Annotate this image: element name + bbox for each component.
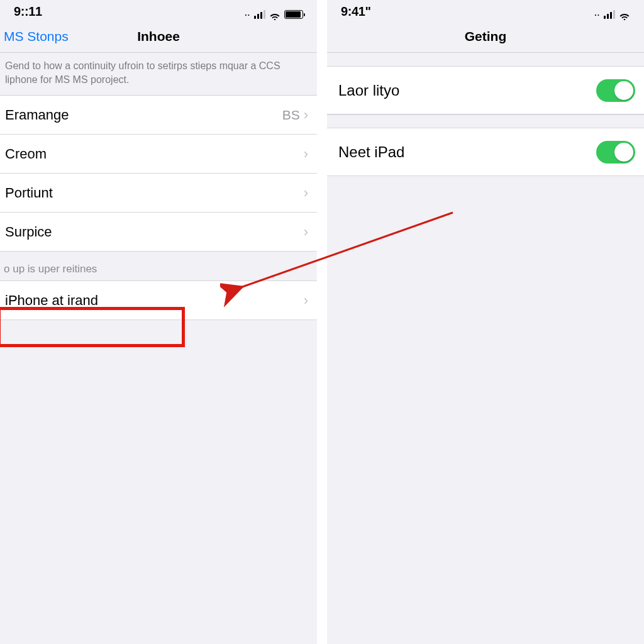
- signal-bars-icon: [604, 10, 615, 19]
- row-label: Eramange: [5, 107, 282, 123]
- row-label: iPhone at irand: [5, 292, 304, 309]
- row-label: Portiunt: [5, 185, 304, 201]
- row-iphone-at-irand[interactable]: iPhone at irand ›: [0, 281, 317, 320]
- row-label: Laor lityo: [338, 82, 596, 99]
- back-button[interactable]: MS Stonps: [0, 29, 69, 44]
- chevron-right-icon: ›: [304, 292, 308, 309]
- row-surpice[interactable]: Surpice ›: [0, 213, 317, 252]
- status-bar-left: 9::11 ..: [0, 0, 317, 20]
- row-value: BS: [282, 108, 300, 123]
- chevron-right-icon: ›: [304, 107, 308, 123]
- toggle-switch[interactable]: [596, 141, 635, 164]
- chevron-right-icon: ›: [304, 224, 308, 240]
- left-screen: 9::11 .. MS Stonps Inhoee Gend to how a …: [0, 0, 317, 644]
- chevron-right-icon: ›: [304, 146, 308, 162]
- battery-icon: [284, 10, 303, 19]
- status-time: 9::11: [11, 4, 42, 19]
- toggle-group-2: Neet iPad: [327, 128, 644, 176]
- row-neet-ipad[interactable]: Neet iPad: [327, 128, 644, 176]
- status-bar-right: 9:41" ..: [327, 0, 644, 20]
- row-eramange[interactable]: Eramange BS ›: [0, 96, 317, 135]
- status-time: 9:41": [338, 4, 371, 19]
- group-gap: [327, 114, 644, 128]
- chevron-right-icon: ›: [304, 185, 308, 201]
- status-icons: ..: [245, 9, 303, 19]
- toggle-group-1: Laor lityo: [327, 67, 644, 114]
- nav-bar-left: MS Stonps Inhoee: [0, 20, 317, 53]
- row-portiunt[interactable]: Portiunt ›: [0, 174, 317, 213]
- signal-bars-icon: [254, 10, 265, 19]
- wifi-icon: [619, 10, 630, 19]
- section-description: Gend to how a continuity ufroin to setir…: [0, 53, 317, 96]
- row-label: Surpice: [5, 224, 304, 240]
- signal-dots-icon: ..: [245, 9, 250, 19]
- row-label: Creom: [5, 146, 304, 162]
- screen-divider: [317, 0, 327, 644]
- row-laor-lityo[interactable]: Laor lityo: [327, 67, 644, 114]
- group-gap: [327, 53, 644, 67]
- toggle-switch[interactable]: [596, 79, 635, 102]
- signal-dots-icon: ..: [594, 9, 600, 19]
- nav-bar-right: Geting: [327, 20, 644, 53]
- row-label: Neet iPad: [338, 143, 596, 161]
- page-title: Geting: [327, 29, 644, 44]
- section-header: o up is uper reitines: [0, 252, 317, 281]
- right-screen: 9:41" .. Geting Laor lityo Neet iPad: [327, 0, 644, 644]
- settings-group-1: Eramange BS › Creom › Portiunt › Surpice…: [0, 96, 317, 252]
- row-creom[interactable]: Creom ›: [0, 135, 317, 174]
- wifi-icon: [269, 10, 280, 19]
- status-icons: ..: [594, 9, 630, 19]
- settings-group-2: iPhone at irand ›: [0, 281, 317, 320]
